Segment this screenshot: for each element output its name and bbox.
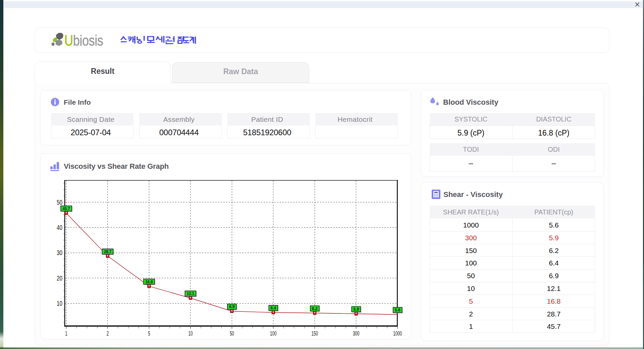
svg-text:2: 2 [107, 330, 109, 336]
svg-text:5.6: 5.6 [395, 308, 400, 312]
svg-text:5.9: 5.9 [354, 307, 359, 312]
svg-text:5: 5 [148, 330, 150, 336]
svg-text:30: 30 [57, 249, 62, 256]
svg-text:10: 10 [57, 300, 62, 307]
svg-text:10: 10 [188, 330, 193, 336]
svg-text:40: 40 [57, 224, 62, 231]
svg-text:45.7: 45.7 [63, 206, 70, 211]
svg-text:28.7: 28.7 [104, 249, 111, 254]
svg-text:1000: 1000 [393, 330, 402, 336]
svg-text:16.8: 16.8 [145, 280, 153, 284]
svg-text:1: 1 [65, 330, 67, 336]
svg-text:6.4: 6.4 [271, 306, 276, 310]
svg-text:100: 100 [270, 330, 277, 336]
svg-text:150: 150 [312, 330, 318, 336]
svg-text:6.2: 6.2 [312, 306, 318, 311]
svg-text:300: 300 [353, 330, 360, 336]
svg-text:50: 50 [230, 330, 234, 336]
svg-text:6.9: 6.9 [229, 304, 235, 309]
svg-text:50: 50 [57, 199, 62, 206]
svg-text:12.1: 12.1 [187, 291, 194, 296]
svg-text:20: 20 [57, 275, 62, 282]
